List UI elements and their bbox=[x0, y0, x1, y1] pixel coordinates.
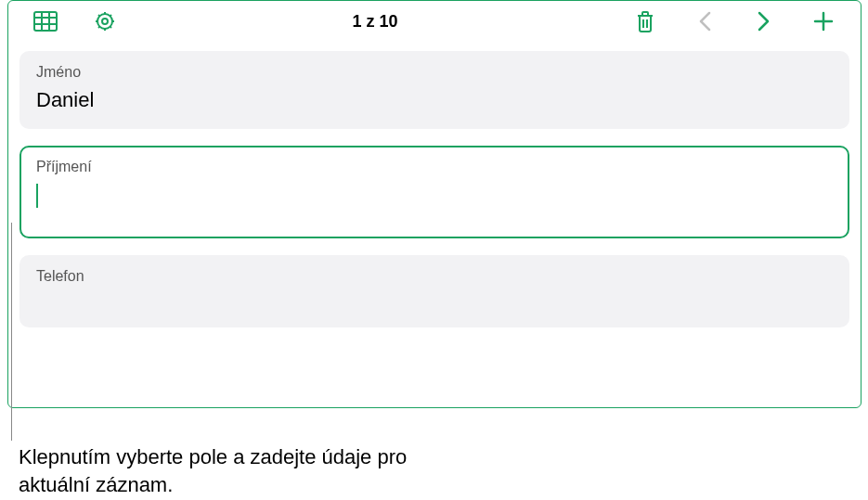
caption-text: Klepnutím vyberte pole a zadejte údaje p… bbox=[19, 443, 408, 498]
name-field[interactable]: Jméno Daniel bbox=[19, 51, 849, 129]
plus-icon bbox=[813, 11, 834, 32]
chevron-right-icon bbox=[758, 11, 771, 32]
delete-button[interactable] bbox=[617, 6, 673, 37]
table-view-button[interactable] bbox=[18, 6, 73, 37]
callout-line bbox=[11, 223, 12, 441]
name-label: Jméno bbox=[36, 64, 833, 81]
svg-point-6 bbox=[102, 19, 108, 24]
phone-field[interactable]: Telefon bbox=[19, 255, 849, 327]
gear-icon bbox=[93, 9, 117, 33]
svg-line-14 bbox=[110, 15, 112, 17]
phone-label: Telefon bbox=[36, 268, 833, 285]
svg-line-12 bbox=[110, 27, 112, 29]
add-button[interactable] bbox=[796, 6, 851, 37]
svg-line-13 bbox=[98, 27, 100, 29]
previous-button[interactable] bbox=[677, 6, 732, 37]
text-cursor bbox=[36, 184, 38, 208]
surname-value bbox=[36, 183, 833, 208]
svg-line-11 bbox=[98, 15, 100, 17]
record-counter: 1 z 10 bbox=[136, 12, 614, 32]
settings-button[interactable] bbox=[77, 6, 133, 37]
surname-label: Příjmení bbox=[36, 159, 833, 175]
name-value: Daniel bbox=[36, 88, 833, 112]
surname-field[interactable]: Příjmení bbox=[19, 146, 849, 238]
toolbar: 1 z 10 bbox=[8, 1, 861, 42]
form-content: Jméno Daniel Příjmení Telefon bbox=[8, 42, 861, 353]
trash-icon bbox=[635, 10, 655, 32]
next-button[interactable] bbox=[736, 6, 792, 37]
svg-rect-0 bbox=[34, 12, 57, 31]
form-window: 1 z 10 bbox=[7, 0, 862, 408]
table-icon bbox=[33, 11, 58, 32]
chevron-left-icon bbox=[698, 11, 711, 32]
